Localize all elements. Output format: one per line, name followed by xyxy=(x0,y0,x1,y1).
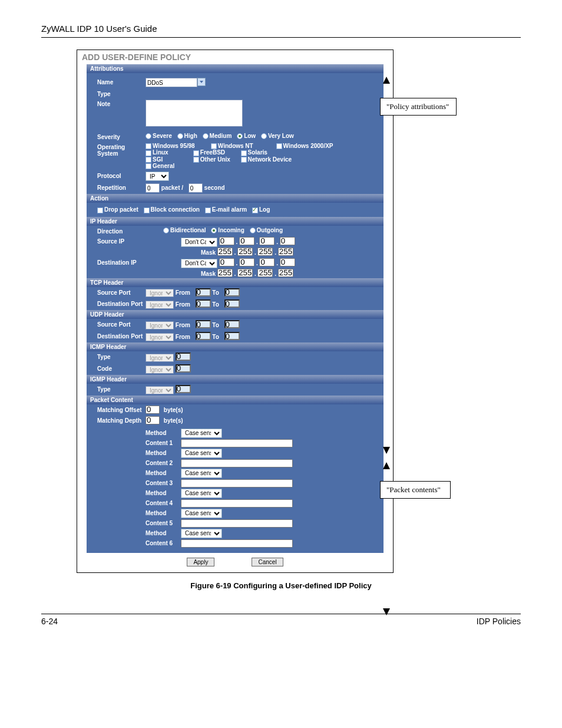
tcp-srcport-mode[interactable]: Ignore xyxy=(146,289,174,297)
method-select-6[interactable]: Case sensitive xyxy=(181,529,222,538)
section-tcp-header: TCP Header xyxy=(87,278,384,287)
matching-depth-input[interactable] xyxy=(146,416,160,424)
cancel-button[interactable]: Cancel xyxy=(252,558,283,566)
igmp-type-mode[interactable]: Ignore xyxy=(146,386,174,394)
src-ip-3[interactable] xyxy=(259,237,275,245)
arrow-down-2 xyxy=(383,608,390,615)
os-general-chk[interactable] xyxy=(146,163,151,169)
dir-incoming-radio[interactable] xyxy=(211,228,217,233)
dialog-title: ADD USER-DEFINE POLICY xyxy=(77,50,393,64)
to-label3: To xyxy=(212,322,219,328)
tcp-srcport-from[interactable] xyxy=(196,288,211,297)
repetition-second-input[interactable] xyxy=(189,183,203,193)
dst-ip-4[interactable] xyxy=(280,258,295,266)
second-word: second xyxy=(204,185,225,191)
os-freebsd-chk[interactable] xyxy=(193,150,199,156)
content-input-2[interactable] xyxy=(181,459,293,467)
icmp-type-mode[interactable]: Ignore xyxy=(146,354,174,362)
from-label3: From xyxy=(176,322,190,328)
udp-srcport-to[interactable] xyxy=(224,320,240,328)
dst-ip-2[interactable] xyxy=(239,258,254,266)
os-win9598-chk[interactable] xyxy=(146,143,151,149)
to-label2: To xyxy=(212,301,219,308)
content-input-1[interactable] xyxy=(181,439,293,447)
src-ip-4[interactable] xyxy=(280,237,295,245)
tcp-srcport-to[interactable] xyxy=(224,288,240,297)
method-select-5[interactable]: Case sensitive xyxy=(181,509,222,518)
from-label4: From xyxy=(176,334,190,340)
tcp-dstport-from[interactable] xyxy=(196,299,211,308)
os-otherunix-chk[interactable] xyxy=(193,157,199,163)
from-label: From xyxy=(176,289,190,296)
content-input-4[interactable] xyxy=(181,499,293,508)
severity-severe-radio[interactable] xyxy=(146,133,151,139)
udp-dstport-from[interactable] xyxy=(196,332,211,340)
igmp-type-label: Type xyxy=(97,385,146,393)
dest-ip-mode[interactable]: Don't Care xyxy=(181,259,217,268)
os-linux-chk[interactable] xyxy=(146,150,151,156)
protocol-select[interactable]: IP xyxy=(146,172,169,181)
igmp-type-val[interactable] xyxy=(176,385,191,393)
src-mask-1[interactable] xyxy=(217,248,233,256)
dst-mask-2[interactable] xyxy=(237,269,253,277)
name-dropdown-arrow[interactable] xyxy=(197,78,206,86)
dir-bidir-radio[interactable] xyxy=(163,228,169,233)
note-textarea[interactable] xyxy=(146,100,243,127)
os-solaris-chk[interactable] xyxy=(241,150,247,156)
os-netdev-chk[interactable] xyxy=(241,157,247,163)
source-ip-mode[interactable]: Don't Care xyxy=(181,238,217,247)
dst-mask-4[interactable] xyxy=(278,269,293,277)
src-mask-3[interactable] xyxy=(257,248,273,256)
src-mask-2[interactable] xyxy=(237,248,253,256)
drop-packet-chk[interactable] xyxy=(97,207,103,213)
method-select-3[interactable]: Case sensitive xyxy=(181,469,222,478)
severity-medium-radio[interactable] xyxy=(203,133,209,139)
severity-verylow-radio[interactable] xyxy=(261,133,267,139)
name-input[interactable] xyxy=(146,78,197,87)
log-chk[interactable] xyxy=(252,207,258,213)
tcp-dstport-mode[interactable]: Ignore xyxy=(146,301,174,309)
icmp-code-val[interactable] xyxy=(176,364,191,373)
figure-caption: Figure 6-19 Configuring a User-defined I… xyxy=(41,581,521,590)
udp-srcport-from[interactable] xyxy=(196,320,211,328)
block-conn-chk[interactable] xyxy=(144,207,150,213)
panel: Attributions Name Type Note xyxy=(87,64,384,553)
email-alarm-chk[interactable] xyxy=(205,207,211,213)
dir-outgoing-radio[interactable] xyxy=(250,228,256,233)
content-input-5[interactable] xyxy=(181,519,293,528)
tcp-dstport-to[interactable] xyxy=(224,299,240,308)
udp-srcport-mode[interactable]: Ignore xyxy=(146,321,174,330)
dst-ip-3[interactable] xyxy=(259,258,275,266)
content-input-6[interactable] xyxy=(181,539,293,548)
dst-mask-label: Mask xyxy=(201,270,216,276)
src-ip-1[interactable] xyxy=(219,237,234,245)
udp-dstport-mode[interactable]: Ignore xyxy=(146,333,174,341)
src-ip-2[interactable] xyxy=(239,237,254,245)
os-win2kxp-chk[interactable] xyxy=(276,143,282,149)
os-winnt-chk[interactable] xyxy=(211,143,217,149)
dst-mask-1[interactable] xyxy=(217,269,233,277)
method-select-2[interactable]: Case sensitive xyxy=(181,449,222,458)
os-win9598-label: Windows 95/98 xyxy=(153,143,206,149)
dst-mask-3[interactable] xyxy=(257,269,273,277)
method-select-4[interactable]: Case sensitive xyxy=(181,489,222,498)
src-mask-4[interactable] xyxy=(278,248,293,256)
os-sgi-chk[interactable] xyxy=(146,157,151,163)
direction-label: Direction xyxy=(97,227,146,235)
content-input-3[interactable] xyxy=(181,479,293,487)
udp-dstport-to[interactable] xyxy=(224,332,240,340)
page-footer: 6-24 IDP Policies xyxy=(41,614,521,626)
os-label: Operating System xyxy=(97,143,146,157)
severity-low-radio[interactable] xyxy=(237,133,243,139)
matching-offset-input[interactable] xyxy=(146,406,160,414)
email-alarm-label: E-mail alarm xyxy=(212,206,247,213)
apply-button[interactable]: Apply xyxy=(187,558,214,566)
repetition-packet-input[interactable] xyxy=(146,183,160,193)
icmp-type-val[interactable] xyxy=(176,353,191,361)
severity-high-radio[interactable] xyxy=(177,133,183,139)
udp-dstport-label: Destination Port xyxy=(97,332,146,340)
method-label-3: Method xyxy=(146,470,181,476)
dst-ip-1[interactable] xyxy=(219,258,234,266)
icmp-code-mode[interactable]: Ignore xyxy=(146,365,174,374)
method-select-1[interactable]: Case sensitive xyxy=(181,429,222,438)
